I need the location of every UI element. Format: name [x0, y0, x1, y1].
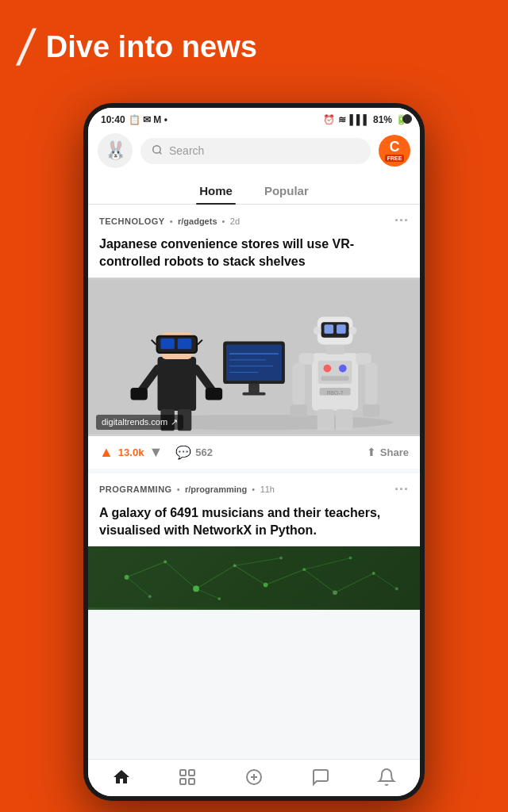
- bottom-nav: [88, 759, 420, 796]
- post-image-2: [88, 546, 420, 610]
- svg-rect-30: [321, 376, 349, 381]
- nav-inbox[interactable]: [377, 768, 396, 787]
- svg-rect-39: [356, 353, 371, 365]
- svg-point-37: [349, 327, 357, 335]
- svg-rect-24: [248, 384, 260, 393]
- vote-count-1: 13.0k: [118, 446, 144, 458]
- svg-rect-40: [293, 363, 306, 405]
- svg-rect-19: [226, 344, 282, 381]
- svg-rect-43: [363, 404, 379, 417]
- battery-percent: 81%: [373, 114, 392, 125]
- alarm-icon: ⏰: [323, 114, 335, 125]
- post-card-1: TECHNOLOGY • r/gadgets • 2d ··· Japanese…: [88, 205, 420, 469]
- coin-label: C: [390, 140, 400, 154]
- app-logo[interactable]: 🐰: [98, 133, 133, 168]
- coin-badge[interactable]: C: [379, 135, 410, 167]
- status-time: 10:40: [101, 114, 125, 125]
- feed: TECHNOLOGY • r/gadgets • 2d ··· Japanese…: [88, 205, 420, 759]
- svg-rect-34: [324, 324, 333, 334]
- tab-home[interactable]: Home: [196, 179, 236, 204]
- share-label-1: Share: [380, 446, 409, 458]
- image-source-1: digitaltrends.com ↗: [96, 415, 183, 430]
- post-category-2: PROGRAMMING • r/programming • 11h: [99, 485, 275, 494]
- wifi-icon: ≋: [338, 114, 346, 125]
- svg-point-0: [153, 145, 160, 152]
- post-more-button-2[interactable]: ···: [394, 481, 409, 498]
- promo-title: Dive into news: [46, 31, 257, 64]
- svg-point-36: [314, 327, 321, 335]
- svg-rect-45: [336, 409, 352, 431]
- signal-bars: ▌▌▌: [349, 114, 370, 125]
- app-header: 🐰 Search C: [88, 128, 420, 173]
- status-left-icons: 📋 ✉ M •: [129, 114, 167, 125]
- status-left: 10:40 📋 ✉ M •: [101, 114, 167, 125]
- search-bar[interactable]: Search: [140, 138, 371, 164]
- svg-rect-31: [325, 343, 344, 354]
- svg-rect-76: [180, 779, 186, 784]
- comment-icon-1: 💬: [175, 445, 191, 460]
- device-screen: 10:40 📋 ✉ M • ⏰ ≋ ▌▌▌ 81% 🔋 🐰: [88, 108, 420, 796]
- svg-rect-77: [189, 779, 194, 784]
- post-meta-2: PROGRAMMING • r/programming • 11h ···: [88, 473, 420, 501]
- share-icon-1: ⬆: [367, 446, 376, 458]
- post-category-1: TECHNOLOGY • r/gadgets • 2d: [99, 216, 240, 226]
- post-meta-1: TECHNOLOGY • r/gadgets • 2d ···: [88, 205, 420, 232]
- svg-rect-38: [298, 353, 314, 365]
- camera-icon: [402, 114, 412, 124]
- post-image-1: RBO-7 digitaltrends.com ↗: [88, 278, 420, 436]
- svg-rect-44: [318, 409, 334, 431]
- svg-line-1: [160, 151, 162, 154]
- svg-rect-16: [130, 388, 147, 400]
- search-placeholder: Search: [169, 144, 204, 157]
- share-area-1[interactable]: ⬆ Share: [367, 446, 409, 458]
- upvote-button-1[interactable]: ▲: [99, 444, 114, 461]
- svg-rect-9: [178, 338, 191, 349]
- svg-rect-42: [291, 404, 307, 417]
- tab-popular[interactable]: Popular: [261, 179, 312, 204]
- svg-rect-25: [242, 392, 265, 395]
- svg-rect-48: [88, 546, 420, 608]
- nav-home[interactable]: [112, 768, 131, 787]
- svg-rect-74: [180, 770, 186, 776]
- downvote-button-1[interactable]: ▼: [148, 444, 163, 461]
- promo-header: / Dive into news: [0, 0, 508, 86]
- slash-icon: /: [14, 22, 37, 73]
- svg-rect-4: [157, 357, 196, 411]
- svg-point-29: [339, 365, 347, 373]
- post-title-1: Japanese convenience stores will use VR-…: [88, 232, 420, 278]
- post-more-button-1[interactable]: ···: [394, 213, 409, 229]
- nav-browse[interactable]: [178, 768, 197, 787]
- svg-point-28: [323, 365, 331, 373]
- comment-area-1[interactable]: 💬 562: [175, 445, 213, 460]
- post-card-2: PROGRAMMING • r/programming • 11h ··· A …: [88, 473, 420, 610]
- svg-rect-75: [189, 770, 194, 776]
- comment-count-1: 562: [195, 446, 213, 458]
- svg-rect-17: [206, 388, 222, 400]
- svg-text:RBO-7: RBO-7: [327, 389, 344, 395]
- vote-area-1: ▲ 13.0k ▼: [99, 444, 163, 461]
- post-actions-1: ▲ 13.0k ▼ 💬 562 ⬆ Share: [88, 436, 420, 469]
- status-bar: 10:40 📋 ✉ M • ⏰ ≋ ▌▌▌ 81% 🔋: [88, 108, 420, 128]
- status-right: ⏰ ≋ ▌▌▌ 81% 🔋: [323, 114, 407, 125]
- post-title-2: A galaxy of 6491 musicians and their tea…: [88, 501, 420, 546]
- svg-rect-41: [365, 363, 378, 405]
- nav-chat[interactable]: [311, 768, 330, 787]
- svg-rect-8: [160, 338, 174, 349]
- device-frame: 10:40 📋 ✉ M • ⏰ ≋ ▌▌▌ 81% 🔋 🐰: [83, 103, 425, 801]
- search-icon: [152, 144, 163, 158]
- nav-create[interactable]: [244, 768, 264, 787]
- tabs-bar: Home Popular: [88, 173, 420, 205]
- svg-rect-35: [337, 324, 346, 334]
- external-link-icon: ↗: [171, 417, 178, 427]
